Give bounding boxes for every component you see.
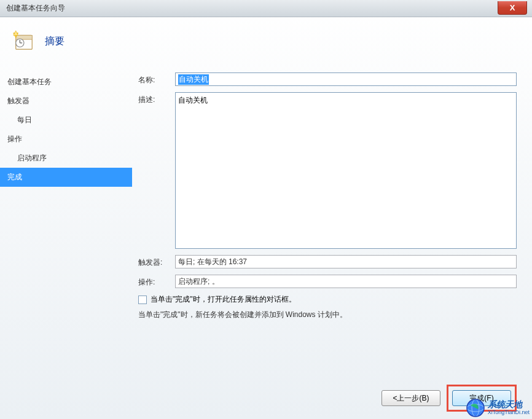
page-title: 摘要 [45,35,65,48]
desc-row: 描述: [138,92,517,249]
finish-button[interactable]: 完成(F) [452,390,511,406]
wizard-header: 摘要 [0,17,532,62]
open-properties-row: 当单击"完成"时，打开此任务属性的对话框。 [138,294,517,305]
name-row: 名称: 自动关机 [138,72,517,86]
window-title: 创建基本任务向导 [0,3,65,14]
desc-label: 描述: [138,92,175,105]
action-label: 操作: [138,275,175,288]
open-properties-label: 当单击"完成"时，打开此任务属性的对话框。 [151,294,296,305]
wizard-sidebar: 创建基本任务 触发器 每日 操作 启动程序 完成 [0,66,132,382]
main-layout: 创建基本任务 触发器 每日 操作 启动程序 完成 名称: 自动关机 描述: 触发… [0,66,532,382]
button-bar: <上一步(B) 完成(F) [381,385,517,412]
action-value: 启动程序; 。 [175,275,517,288]
name-input[interactable]: 自动关机 [175,72,517,86]
calendar-clock-icon [12,29,36,53]
name-label: 名称: [138,72,175,85]
open-properties-checkbox[interactable] [138,296,147,304]
name-value-selected: 自动关机 [178,74,209,85]
close-button[interactable]: X [498,1,527,15]
action-row: 操作: 启动程序; 。 [138,275,517,288]
info-text: 当单击"完成"时，新任务将会被创建并添加到 Windows 计划中。 [138,310,517,320]
form-area: 名称: 自动关机 描述: 触发器: 每日; 在每天的 16:37 操作: 启动程… [132,66,532,382]
titlebar: 创建基本任务向导 X [0,0,532,17]
sidebar-item-start-program[interactable]: 启动程序 [0,149,132,168]
back-button[interactable]: <上一步(B) [381,390,440,406]
trigger-label: 触发器: [138,255,175,268]
sidebar-item-daily[interactable]: 每日 [0,111,132,130]
finish-highlight: 完成(F) [447,385,517,412]
trigger-row: 触发器: 每日; 在每天的 16:37 [138,255,517,268]
wizard-content: 摘要 创建基本任务 触发器 每日 操作 启动程序 完成 名称: 自动关机 描述:… [0,17,532,419]
close-icon: X [510,3,515,12]
desc-textarea[interactable] [175,92,517,249]
sidebar-item-create-task[interactable]: 创建基本任务 [0,72,132,92]
sidebar-item-action[interactable]: 操作 [0,130,132,149]
sidebar-item-finish[interactable]: 完成 [0,168,132,187]
sidebar-item-trigger[interactable]: 触发器 [0,92,132,111]
trigger-value: 每日; 在每天的 16:37 [175,255,517,268]
